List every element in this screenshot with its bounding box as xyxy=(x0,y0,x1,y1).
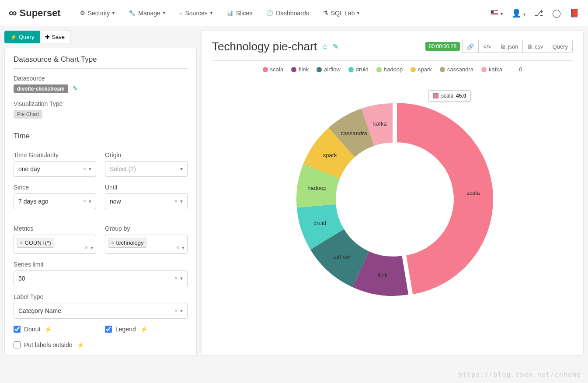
nav-slices[interactable]: 📊Slices xyxy=(220,6,258,20)
language-dropdown[interactable]: ▾ xyxy=(491,8,503,18)
legend-extra: 0 xyxy=(519,66,522,73)
edit-title-icon[interactable]: ✎ xyxy=(333,42,338,51)
slice-label: airflow xyxy=(333,253,350,260)
metric-tag[interactable]: ×COUNT(*) xyxy=(17,238,54,248)
tooltip-name: scala xyxy=(441,93,453,99)
time-granularity-label: Time Granularity xyxy=(14,151,96,158)
github-icon[interactable]: ◯ xyxy=(552,8,561,18)
groupby-tag[interactable]: ×technology xyxy=(108,238,146,248)
clear-icon[interactable]: × xyxy=(174,198,177,204)
labels-outside-label: Put labels outside xyxy=(24,341,73,348)
donut-chart[interactable]: scalaflinkairflowdruidhadoopsparkcassand… xyxy=(212,77,573,322)
clear-icon[interactable]: × xyxy=(85,245,88,251)
since-select[interactable]: 7 days ago × xyxy=(14,193,96,209)
nav-security[interactable]: ⚙Security▾ xyxy=(74,6,121,20)
legend-label: cassandra xyxy=(447,66,473,73)
nav-dashboards[interactable]: 🕐Dashboards xyxy=(260,6,315,20)
save-button[interactable]: ✚Save xyxy=(40,31,70,43)
until-label: Until xyxy=(105,184,188,191)
book-icon[interactable]: 📕 xyxy=(570,8,579,18)
chevron-down-icon[interactable] xyxy=(180,198,183,204)
until-select[interactable]: now × xyxy=(105,193,188,209)
legend-item[interactable]: airflow xyxy=(317,66,341,73)
dashboard-icon: 🕐 xyxy=(266,10,273,16)
legend-label: druid xyxy=(356,66,369,73)
chevron-down-icon[interactable] xyxy=(90,245,93,251)
datasource-tag[interactable]: divolte-clickstream xyxy=(14,84,68,93)
remove-tag-icon[interactable]: × xyxy=(20,239,23,246)
chevron-down-icon[interactable] xyxy=(182,245,184,251)
chevron-down-icon[interactable] xyxy=(180,166,183,172)
chevron-down-icon[interactable] xyxy=(89,166,91,172)
legend-item[interactable]: flink xyxy=(291,66,309,73)
clear-icon[interactable]: × xyxy=(174,308,177,314)
nav-sources[interactable]: ≡Sources▾ xyxy=(173,6,219,20)
remove-tag-icon[interactable]: × xyxy=(111,239,115,246)
git-branch-icon[interactable]: ⎇ xyxy=(534,8,543,18)
legend-label: spark xyxy=(418,66,432,73)
clear-icon[interactable]: × xyxy=(83,198,86,204)
time-granularity-select[interactable]: one day × xyxy=(14,161,96,177)
clear-icon[interactable]: × xyxy=(174,275,177,281)
legend-swatch xyxy=(263,67,268,72)
labels-outside-checkbox[interactable] xyxy=(14,341,21,348)
logo-icon: ∞ xyxy=(9,6,17,20)
user-dropdown[interactable]: 👤 ▾ xyxy=(511,8,525,18)
chevron-down-icon[interactable] xyxy=(180,308,183,314)
series-limit-select[interactable]: 50 × xyxy=(14,271,188,286)
legend-item[interactable]: scala xyxy=(263,66,283,73)
chart-query-button[interactable]: Query xyxy=(548,40,573,53)
plus-icon: ✚ xyxy=(45,34,50,40)
clear-icon[interactable]: × xyxy=(176,245,179,251)
legend-checkbox[interactable] xyxy=(105,326,112,333)
tooltip-value: 45.0 xyxy=(456,93,466,99)
donut-slice[interactable] xyxy=(397,103,493,294)
chevron-down-icon: ▾ xyxy=(501,11,503,16)
legend-label: airflow xyxy=(324,66,341,73)
timer-badge: 00:00:00.28 xyxy=(425,42,460,51)
clear-icon[interactable]: × xyxy=(83,166,86,172)
label-type-select[interactable]: Category Name × xyxy=(14,303,188,319)
chart-tooltip: scala45.0 xyxy=(428,90,471,102)
metrics-label: Metrics xyxy=(14,225,96,232)
legend-swatch xyxy=(317,67,322,72)
file-icon: 🗎 xyxy=(501,43,506,50)
nav-sqllab[interactable]: ⚗SQL Lab▾ xyxy=(317,6,366,20)
legend-item[interactable]: kafka xyxy=(481,66,502,73)
brand-link[interactable]: ∞ Superset xyxy=(9,6,61,20)
viztype-tag[interactable]: Pie Chart xyxy=(14,110,42,119)
chevron-down-icon: ▾ xyxy=(523,12,525,17)
query-button[interactable]: ⚡Query xyxy=(4,31,40,43)
chevron-down-icon[interactable] xyxy=(89,198,91,204)
legend-item[interactable]: cassandra xyxy=(440,66,473,73)
nav-right: ▾ 👤 ▾ ⎇ ◯ 📕 xyxy=(491,8,579,18)
legend-label: hadoop xyxy=(384,66,403,73)
bolt-icon: ⚡ xyxy=(10,34,17,40)
legend-item[interactable]: hadoop xyxy=(376,66,403,73)
nav-manage[interactable]: 🔧Manage▾ xyxy=(122,6,171,20)
label-type-label: Label Type xyxy=(14,293,188,300)
viztype-label: Visualization Type xyxy=(14,100,188,107)
edit-datasource-icon[interactable]: ✎ xyxy=(73,85,78,92)
export-json-button[interactable]: 🗎 .json xyxy=(496,40,523,53)
flask-icon: ⚗ xyxy=(323,10,328,16)
series-limit-label: Series limit xyxy=(14,261,188,268)
legend-swatch xyxy=(411,67,416,72)
donut-checkbox[interactable] xyxy=(14,326,21,333)
star-icon[interactable]: ☆ xyxy=(321,42,328,52)
slice-label: druid xyxy=(313,220,326,226)
groupby-multiselect[interactable]: ×technology × xyxy=(105,235,188,254)
barchart-icon: 📊 xyxy=(226,10,233,16)
legend-item[interactable]: spark xyxy=(411,66,432,73)
origin-select[interactable]: Select (2) xyxy=(105,161,188,177)
export-csv-button[interactable]: 🗎 .csv xyxy=(522,40,548,53)
database-icon: ≡ xyxy=(179,10,183,16)
gear-icon: ⚙ xyxy=(80,10,85,16)
metrics-multiselect[interactable]: ×COUNT(*) × xyxy=(14,235,96,254)
wrench-icon: 🔧 xyxy=(129,10,136,16)
embed-button[interactable]: </> xyxy=(478,40,496,53)
tooltip-swatch xyxy=(433,93,438,98)
link-button[interactable]: 🔗 xyxy=(462,40,479,53)
legend-item[interactable]: druid xyxy=(348,66,369,73)
chevron-down-icon[interactable] xyxy=(180,275,183,281)
